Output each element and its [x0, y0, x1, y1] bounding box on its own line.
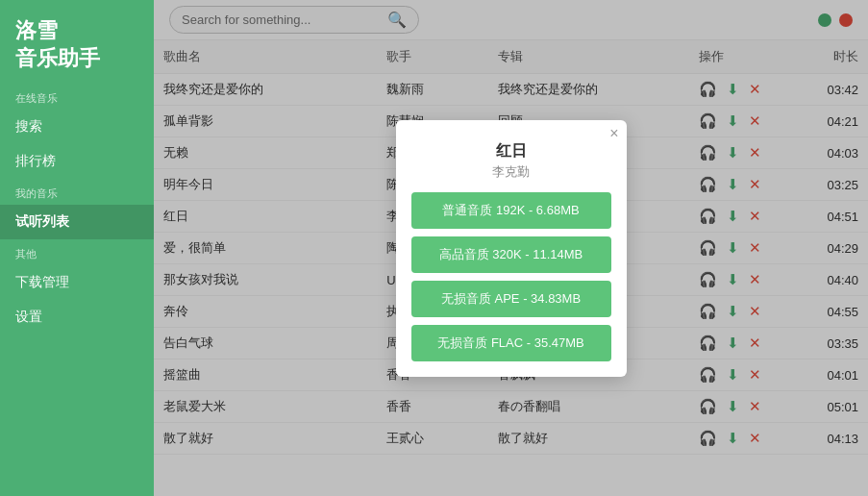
sidebar: 洛雪 音乐助手 在线音乐 搜索 排行榜 我的音乐 试听列表 其他 下载管理 设置	[0, 0, 154, 496]
sidebar-item-charts[interactable]: 排行榜	[0, 144, 154, 179]
section-label-online: 在线音乐	[0, 84, 154, 110]
main-content: 🔍 歌曲名 歌手 专辑 操作 时长 我终究还是爱你的 魏新雨 我终究还是爱你的	[154, 0, 868, 496]
app-logo: 洛雪 音乐助手	[0, 0, 154, 84]
quality-option-lossless-ape[interactable]: 无损音质 APE - 34.83MB	[411, 281, 611, 317]
download-quality-modal: × 红日 李克勤 普通音质 192K - 6.68MB 高品音质 320K - …	[396, 120, 627, 377]
modal-artist-name: 李克勤	[411, 163, 611, 181]
quality-option-high[interactable]: 高品音质 320K - 11.14MB	[411, 236, 611, 273]
sidebar-item-playlist[interactable]: 试听列表	[0, 205, 154, 239]
modal-close-button[interactable]: ×	[609, 126, 618, 141]
sidebar-item-downloads[interactable]: 下载管理	[0, 265, 154, 300]
sidebar-item-search[interactable]: 搜索	[0, 110, 154, 144]
modal-title: 红日 李克勤	[396, 141, 627, 181]
modal-header: ×	[396, 120, 627, 141]
modal-song-name: 红日	[411, 141, 611, 161]
quality-option-lossless-flac[interactable]: 无损音质 FLAC - 35.47MB	[411, 325, 611, 361]
modal-overlay: × 红日 李克勤 普通音质 192K - 6.68MB 高品音质 320K - …	[154, 0, 868, 496]
section-label-mymusic: 我的音乐	[0, 179, 154, 205]
quality-option-normal[interactable]: 普通音质 192K - 6.68MB	[411, 192, 611, 229]
section-label-other: 其他	[0, 239, 154, 265]
sidebar-item-settings[interactable]: 设置	[0, 300, 154, 335]
